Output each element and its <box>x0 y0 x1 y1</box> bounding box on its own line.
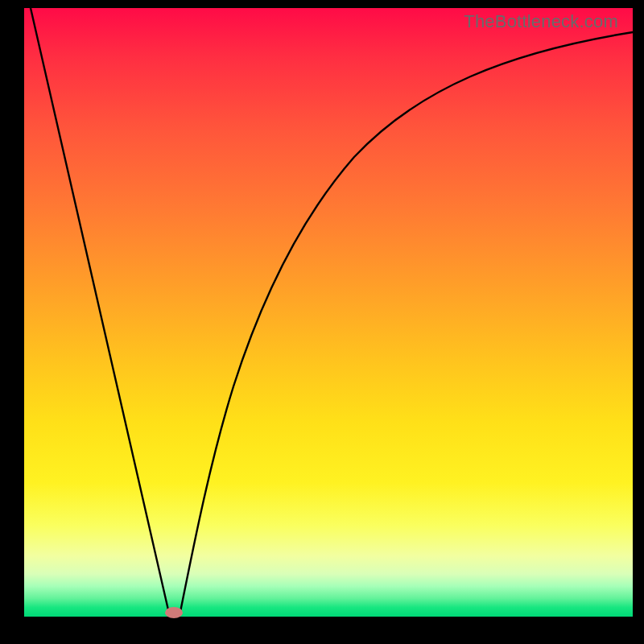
optimal-marker <box>165 607 183 618</box>
curve-left-limb <box>31 8 169 613</box>
plot-area: TheBottleneck.com <box>24 8 633 617</box>
curve-right-limb <box>180 32 633 612</box>
chart-frame: TheBottleneck.com <box>0 0 644 644</box>
bottleneck-curve <box>24 8 633 617</box>
